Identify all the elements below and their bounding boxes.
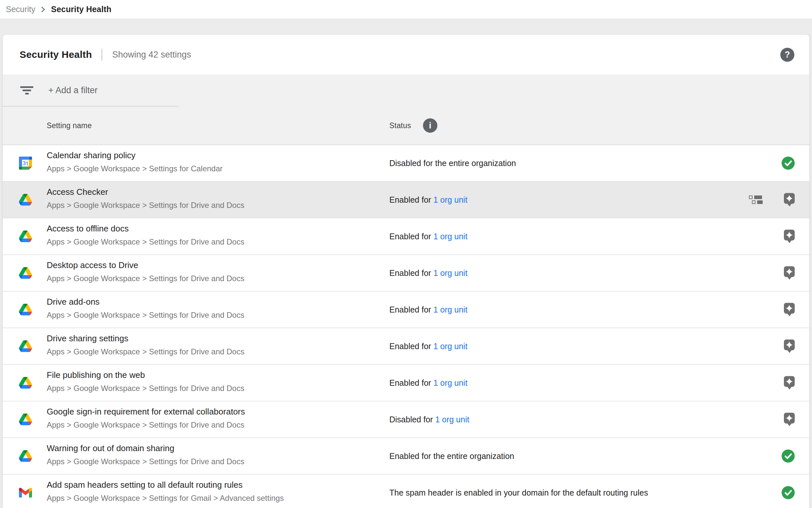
- card-header: Security Health Showing 42 settings ?: [3, 35, 809, 75]
- status-text: The spam header is enabled in your domai…: [389, 488, 648, 497]
- setting-path: Apps > Google Workspace > Settings for D…: [47, 273, 244, 284]
- setting-path: Apps > Google Workspace > Settings for D…: [47, 310, 244, 321]
- status-text: Enabled for: [389, 232, 431, 241]
- google-drive-icon: [19, 303, 32, 316]
- table-row[interactable]: Drive add-ons Apps > Google Workspace > …: [3, 292, 809, 328]
- recommendation-badge-icon[interactable]: [784, 413, 795, 426]
- setting-name: Access Checker: [47, 186, 244, 198]
- table-controls: + Add a filter Setting name Status i: [3, 75, 809, 145]
- status-cell: The spam header is enabled in your domai…: [389, 488, 648, 498]
- google-drive-icon: [19, 230, 32, 243]
- status-cell: Enabled for1 org unit: [389, 305, 467, 314]
- breadcrumb-parent-link[interactable]: Security: [6, 5, 35, 14]
- table-row[interactable]: Access to offline docs Apps > Google Wor…: [3, 218, 809, 255]
- recommendation-badge-icon[interactable]: [784, 193, 795, 207]
- setting-text: File publishing on the web Apps > Google…: [47, 369, 244, 393]
- setting-name: Add spam headers setting to all default …: [47, 479, 284, 491]
- column-header-status: Status: [389, 121, 411, 130]
- status-org-unit-link[interactable]: 1 org unit: [433, 378, 467, 387]
- table-row[interactable]: Add spam headers setting to all default …: [3, 475, 809, 508]
- table-row[interactable]: Access Checker Apps > Google Workspace >…: [3, 182, 809, 218]
- google-calendar-icon: [19, 157, 32, 170]
- status-org-unit-link[interactable]: 1 org unit: [435, 415, 469, 424]
- status-cell: Enabled for the entire organization: [389, 452, 514, 461]
- status-text: Enabled for: [389, 268, 431, 278]
- setting-name: Calendar sharing policy: [47, 150, 223, 161]
- settings-table-body: Calendar sharing policy Apps > Google Wo…: [3, 145, 809, 508]
- info-icon[interactable]: i: [423, 118, 437, 133]
- setting-name: Drive add-ons: [47, 296, 244, 308]
- status-text: Enabled for: [389, 378, 431, 387]
- status-cell: Disabled for the entire organization: [389, 159, 516, 168]
- google-drive-icon: [19, 413, 32, 426]
- status-org-unit-link[interactable]: 1 org unit: [433, 232, 467, 241]
- org-units-icon[interactable]: [749, 196, 763, 204]
- help-icon[interactable]: ?: [780, 48, 794, 62]
- recommendation-badge-icon[interactable]: [784, 266, 795, 280]
- status-text: Disabled for: [389, 415, 433, 424]
- status-text: Enabled for: [389, 305, 431, 314]
- setting-path: Apps > Google Workspace > Settings for C…: [47, 163, 223, 174]
- setting-path: Apps > Google Workspace > Settings for G…: [47, 493, 284, 503]
- status-text: Enabled for the entire organization: [389, 452, 514, 461]
- setting-text: Drive sharing settings Apps > Google Wor…: [47, 333, 244, 357]
- setting-path: Apps > Google Workspace > Settings for D…: [47, 237, 244, 247]
- status-cell: Enabled for1 org unit: [389, 378, 467, 388]
- table-row[interactable]: Warning for out of domain sharing Apps >…: [3, 438, 809, 475]
- table-row[interactable]: Drive sharing settings Apps > Google Wor…: [3, 328, 809, 365]
- filter-bar: + Add a filter: [3, 75, 809, 106]
- setting-name: File publishing on the web: [47, 369, 244, 381]
- google-drive-icon: [19, 450, 32, 463]
- google-drive-icon: [19, 376, 32, 389]
- setting-name: Access to offline docs: [47, 223, 244, 235]
- settings-count: Showing 42 settings: [112, 50, 191, 60]
- table-row[interactable]: Calendar sharing policy Apps > Google Wo…: [3, 145, 809, 182]
- status-cell: Enabled for1 org unit: [389, 342, 467, 351]
- add-filter-button[interactable]: + Add a filter: [48, 85, 98, 95]
- table-row[interactable]: File publishing on the web Apps > Google…: [3, 365, 809, 401]
- setting-path: Apps > Google Workspace > Settings for D…: [47, 420, 245, 430]
- status-text: Enabled for: [389, 195, 431, 204]
- column-header-setting-name: Setting name: [47, 121, 92, 130]
- google-drive-icon: [19, 266, 32, 280]
- chevron-right-icon: [41, 6, 46, 13]
- breadcrumb-current: Security Health: [51, 5, 111, 14]
- setting-text: Access to offline docs Apps > Google Wor…: [47, 223, 244, 247]
- google-drive-icon: [19, 340, 32, 353]
- setting-text: Warning for out of domain sharing Apps >…: [47, 442, 244, 467]
- setting-path: Apps > Google Workspace > Settings for D…: [47, 383, 244, 393]
- recommendation-badge-icon[interactable]: [784, 303, 795, 316]
- setting-text: Drive add-ons Apps > Google Workspace > …: [47, 296, 244, 321]
- status-org-unit-link[interactable]: 1 org unit: [433, 195, 467, 204]
- setting-path: Apps > Google Workspace > Settings for D…: [47, 200, 244, 211]
- recommendation-badge-icon[interactable]: [784, 376, 795, 390]
- status-org-unit-link[interactable]: 1 org unit: [433, 342, 467, 351]
- setting-text: Google sign-in requirement for external …: [47, 406, 245, 430]
- setting-name: Google sign-in requirement for external …: [47, 406, 245, 417]
- table-row[interactable]: Google sign-in requirement for external …: [3, 401, 809, 438]
- table-header-row: Setting name Status i: [3, 107, 809, 144]
- filter-icon: [20, 86, 33, 94]
- recommendation-badge-icon[interactable]: [784, 230, 795, 243]
- setting-name: Warning for out of domain sharing: [47, 442, 244, 454]
- status-text: Disabled for the entire organization: [389, 159, 516, 168]
- setting-text: Calendar sharing policy Apps > Google Wo…: [47, 150, 223, 174]
- title-divider: [102, 49, 102, 60]
- status-text: Enabled for: [389, 342, 431, 351]
- setting-path: Apps > Google Workspace > Settings for D…: [47, 346, 244, 357]
- recommendation-badge-icon[interactable]: [784, 340, 795, 353]
- status-org-unit-link[interactable]: 1 org unit: [433, 305, 467, 314]
- status-cell: Enabled for1 org unit: [389, 232, 467, 241]
- status-ok-icon: [782, 486, 795, 499]
- status-ok-icon: [782, 450, 795, 463]
- status-org-unit-link[interactable]: 1 org unit: [433, 268, 467, 278]
- security-health-card: Security Health Showing 42 settings ? + …: [3, 35, 809, 508]
- setting-text: Add spam headers setting to all default …: [47, 479, 284, 503]
- setting-text: Desktop access to Drive Apps > Google Wo…: [47, 259, 244, 284]
- status-cell: Disabled for1 org unit: [389, 415, 469, 424]
- status-cell: Enabled for1 org unit: [389, 195, 467, 205]
- google-drive-icon: [19, 193, 32, 206]
- table-row[interactable]: Desktop access to Drive Apps > Google Wo…: [3, 255, 809, 292]
- status-cell: Enabled for1 org unit: [389, 268, 467, 278]
- breadcrumb: Security Security Health: [0, 0, 812, 18]
